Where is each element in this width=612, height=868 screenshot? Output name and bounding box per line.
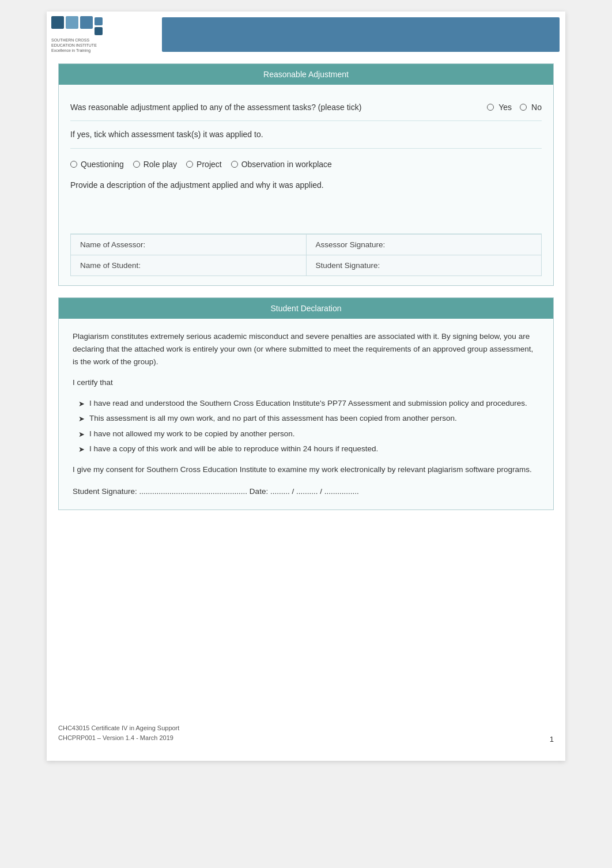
arrow-icon-4: ➤ xyxy=(78,444,85,455)
ra-question-content: Was reasonable adjustment applied to any… xyxy=(70,101,542,114)
arrow-icon-3: ➤ xyxy=(78,429,85,440)
assessor-row: Name of Assessor: Assessor Signature: xyxy=(71,234,542,255)
signature-table: Name of Assessor: Assessor Signature: Na… xyxy=(70,234,542,276)
student-declaration-body: Plagiarism constitutes extremely serious… xyxy=(59,319,553,510)
roleplay-checkbox[interactable] xyxy=(133,161,140,168)
logo-graphic xyxy=(51,16,103,35)
reasonable-adjustment-body: Was reasonable adjustment applied to any… xyxy=(59,85,553,285)
certify-list: ➤ I have read and understood the Souther… xyxy=(78,398,539,455)
option-project: Project xyxy=(186,158,222,171)
certify-item-2: ➤ This assessment is all my own work, an… xyxy=(78,413,539,425)
page-number: 1 xyxy=(550,735,554,744)
logo-area: SOUTHERN CROSS EDUCATION INSTITUTE Excel… xyxy=(47,12,162,58)
footer-course: CHC43015 Certificate IV in Ageing Suppor… xyxy=(58,723,179,734)
student-row: Name of Student: Student Signature: xyxy=(71,255,542,276)
footer-left: CHC43015 Certificate IV in Ageing Suppor… xyxy=(58,723,179,744)
observation-checkbox[interactable] xyxy=(231,161,238,168)
reasonable-adjustment-title: Reasonable Adjustment xyxy=(59,64,553,85)
yes-radio[interactable] xyxy=(487,104,494,111)
if-yes-row: If yes, tick which assessment task(s) it… xyxy=(70,121,542,148)
arrow-icon-2: ➤ xyxy=(78,413,85,425)
name-of-student-cell: Name of Student: xyxy=(71,255,307,276)
footer-code: CHCPRP001 – Version 1.4 - March 2019 xyxy=(58,733,179,744)
description-area xyxy=(70,192,542,227)
student-declaration-section: Student Declaration Plagiarism constitut… xyxy=(58,297,554,511)
description-label: Provide a description of the adjustment … xyxy=(70,179,542,191)
assessor-signature-cell: Assessor Signature: xyxy=(306,234,542,255)
reasonable-adjustment-section: Reasonable Adjustment Was reasonable adj… xyxy=(58,63,554,286)
page: SOUTHERN CROSS EDUCATION INSTITUTE Excel… xyxy=(47,12,565,761)
student-declaration-title: Student Declaration xyxy=(59,298,553,319)
name-of-assessor-cell: Name of Assessor: xyxy=(71,234,307,255)
option-observation: Observation in workplace xyxy=(231,158,332,171)
logo-block-2 xyxy=(66,16,78,29)
logo-block-1 xyxy=(51,16,64,29)
assessment-options: Questioning Role play Project Observatio… xyxy=(70,158,542,171)
page-footer: CHC43015 Certificate IV in Ageing Suppor… xyxy=(58,723,554,744)
logo-block-5 xyxy=(95,27,103,35)
student-signature-cell: Student Signature: xyxy=(306,255,542,276)
ra-question-text: Was reasonable adjustment applied to any… xyxy=(70,101,481,114)
ra-question-row: Was reasonable adjustment applied to any… xyxy=(70,94,542,121)
ra-yes-no-options: Yes No xyxy=(487,101,542,114)
yes-label: Yes xyxy=(498,101,512,114)
logo-text: SOUTHERN CROSS EDUCATION INSTITUTE Excel… xyxy=(51,37,103,53)
option-roleplay: Role play xyxy=(133,158,177,171)
option-questioning: Questioning xyxy=(70,158,124,171)
header-banner xyxy=(162,17,560,52)
logo-block-3 xyxy=(80,16,93,29)
certify-intro: I certify that xyxy=(73,376,539,389)
checkboxes-row: Questioning Role play Project Observatio… xyxy=(70,149,542,234)
questioning-checkbox[interactable] xyxy=(70,161,77,168)
student-signature-line: Student Signature: .....................… xyxy=(73,485,539,498)
page-header: SOUTHERN CROSS EDUCATION INSTITUTE Excel… xyxy=(47,12,565,58)
if-yes-text: If yes, tick which assessment task(s) it… xyxy=(70,128,542,141)
no-radio[interactable] xyxy=(520,104,527,111)
no-label: No xyxy=(531,101,542,114)
logo-block-4 xyxy=(95,17,103,25)
certify-item-1: ➤ I have read and understood the Souther… xyxy=(78,398,539,410)
certify-item-3: ➤ I have not allowed my work to be copie… xyxy=(78,428,539,440)
plagiarism-paragraph: Plagiarism constitutes extremely serious… xyxy=(73,330,539,369)
certify-item-4: ➤ I have a copy of this work and will be… xyxy=(78,443,539,455)
project-checkbox[interactable] xyxy=(186,161,193,168)
arrow-icon-1: ➤ xyxy=(78,398,85,410)
consent-paragraph: I give my consent for Southern Cross Edu… xyxy=(73,463,539,476)
